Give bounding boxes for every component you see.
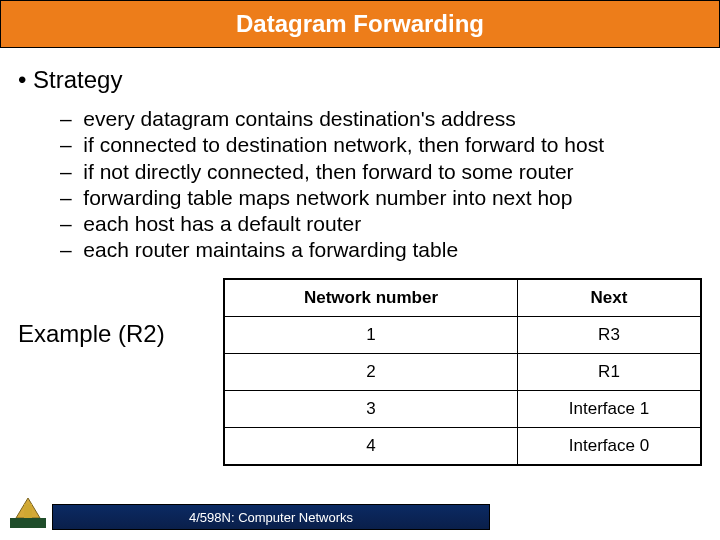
main-bullet-text: Strategy bbox=[33, 66, 122, 93]
table-row: 1 R3 bbox=[224, 316, 701, 353]
table-row: 4 Interface 0 bbox=[224, 427, 701, 465]
sub-bullet-text: if not directly connected, then forward … bbox=[83, 160, 573, 183]
table-cell: Interface 0 bbox=[517, 427, 701, 465]
sub-bullet-text: each router maintains a forwarding table bbox=[83, 238, 458, 261]
table-cell: 2 bbox=[224, 353, 517, 390]
example-section: Example (R2) Network number Next 1 R3 2 … bbox=[0, 278, 720, 466]
main-bullet: Strategy bbox=[18, 66, 702, 94]
sub-bullet: – forwarding table maps network number i… bbox=[60, 185, 702, 211]
slide-footer: 4/598N: Computer Networks bbox=[0, 496, 720, 530]
table-header: Network number bbox=[224, 279, 517, 317]
slide-title: Datagram Forwarding bbox=[236, 10, 484, 38]
footer-text: 4/598N: Computer Networks bbox=[189, 510, 353, 525]
sub-bullet-list: – every datagram contains destination's … bbox=[60, 106, 702, 264]
table-cell: 3 bbox=[224, 390, 517, 427]
sub-bullet: – each router maintains a forwarding tab… bbox=[60, 237, 702, 263]
forwarding-table: Network number Next 1 R3 2 R1 3 Interfac… bbox=[223, 278, 702, 466]
slide-content: Strategy – every datagram contains desti… bbox=[0, 48, 720, 264]
table-cell: R3 bbox=[517, 316, 701, 353]
table-header: Next bbox=[517, 279, 701, 317]
sub-bullet: – if connected to destination network, t… bbox=[60, 132, 702, 158]
svg-rect-1 bbox=[10, 518, 46, 528]
table-cell: R1 bbox=[517, 353, 701, 390]
sub-bullet: – every datagram contains destination's … bbox=[60, 106, 702, 132]
table-row: 3 Interface 1 bbox=[224, 390, 701, 427]
sub-bullet-text: every datagram contains destination's ad… bbox=[83, 107, 515, 130]
table-cell: 1 bbox=[224, 316, 517, 353]
svg-rect-2 bbox=[24, 504, 32, 518]
sub-bullet-text: if connected to destination network, the… bbox=[83, 133, 604, 156]
table-cell: 4 bbox=[224, 427, 517, 465]
sub-bullet: – if not directly connected, then forwar… bbox=[60, 159, 702, 185]
slide-title-bar: Datagram Forwarding bbox=[0, 0, 720, 48]
example-label: Example (R2) bbox=[18, 278, 223, 348]
sub-bullet-text: forwarding table maps network number int… bbox=[83, 186, 572, 209]
university-logo-icon bbox=[8, 496, 48, 530]
table-header-row: Network number Next bbox=[224, 279, 701, 317]
table-row: 2 R1 bbox=[224, 353, 701, 390]
sub-bullet: – each host has a default router bbox=[60, 211, 702, 237]
footer-bar: 4/598N: Computer Networks bbox=[52, 504, 490, 530]
table-cell: Interface 1 bbox=[517, 390, 701, 427]
sub-bullet-text: each host has a default router bbox=[83, 212, 361, 235]
